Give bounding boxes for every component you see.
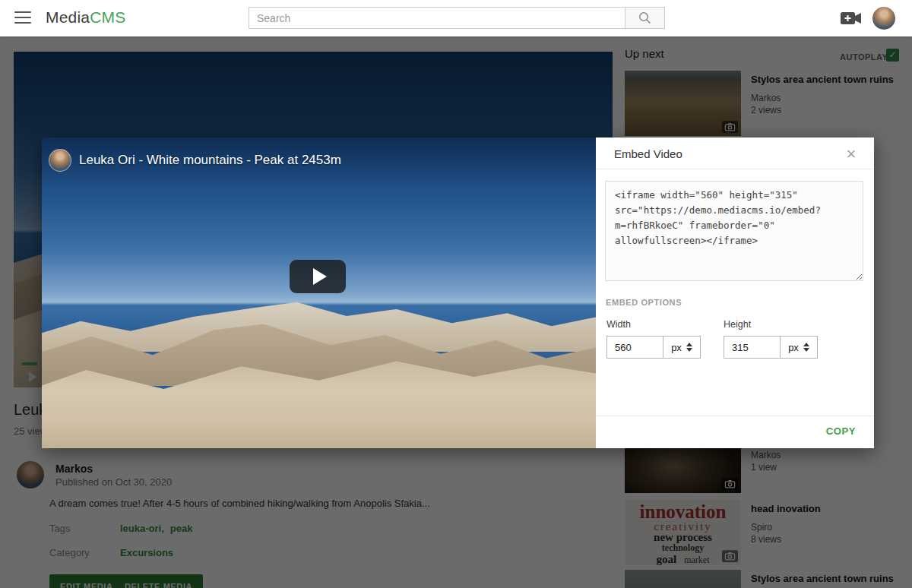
search-input[interactable] [249, 7, 625, 29]
width-option: Width px [606, 319, 701, 359]
search-bar [249, 7, 665, 29]
width-input[interactable] [606, 336, 663, 359]
width-unit-value: px [671, 342, 682, 353]
height-label: Height [724, 319, 818, 330]
embed-options-label: EMBED OPTIONS [606, 298, 682, 307]
stepper-arrows-icon [686, 343, 692, 352]
upload-media-icon[interactable] [841, 11, 862, 26]
modal-title: Embed Video [614, 147, 682, 160]
height-option: Height px [724, 319, 818, 359]
height-unit-value: px [788, 342, 799, 353]
search-icon [638, 11, 652, 25]
copy-button[interactable]: COPY [826, 425, 856, 437]
user-avatar[interactable] [872, 7, 895, 30]
hamburger-menu-icon[interactable] [14, 11, 31, 25]
search-button[interactable] [625, 7, 665, 29]
height-input[interactable] [724, 336, 781, 359]
embed-panel: Embed Video × <iframe width="560" height… [596, 138, 874, 448]
embed-code-textarea[interactable]: <iframe width="560" height="315" src="ht… [605, 181, 863, 281]
height-unit-select[interactable]: px [781, 336, 818, 359]
play-button[interactable] [290, 260, 346, 293]
stepper-arrows-icon [803, 343, 809, 352]
mediacms-logo[interactable]: MediaCMS [46, 8, 125, 27]
embed-video-modal: Leuka Ori - White mountains - Peak at 24… [42, 138, 874, 448]
modal-header: Embed Video × [596, 138, 874, 169]
preview-video-title[interactable]: Leuka Ori - White mountains - Peak at 24… [79, 153, 341, 168]
width-label: Width [606, 319, 701, 330]
top-navbar: MediaCMS [0, 0, 912, 36]
close-icon[interactable]: × [842, 144, 860, 164]
preview-author-avatar[interactable] [49, 149, 71, 172]
modal-footer: COPY [596, 416, 874, 448]
embed-preview-player[interactable]: Leuka Ori - White mountains - Peak at 24… [42, 138, 596, 448]
width-unit-select[interactable]: px [663, 336, 701, 359]
play-icon [313, 268, 327, 285]
